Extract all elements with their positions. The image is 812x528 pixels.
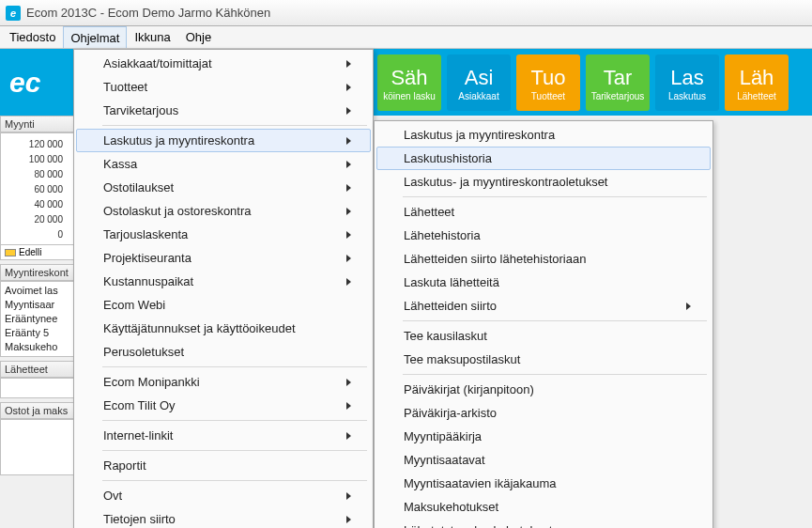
menu-item-label: Päiväkirja-arkisto bbox=[404, 406, 497, 420]
menu-bar: TiedostoOhjelmatIkkunaOhje bbox=[0, 26, 812, 49]
tile-säh[interactable]: Sähköinen lasku bbox=[377, 54, 441, 111]
ecom-logo: ec bbox=[4, 54, 68, 111]
left-sidebar: Myynti 120 000100 00080 00060 00040 0002… bbox=[0, 116, 75, 528]
menu-item-label: Käyttäjätunnukset ja käyttöoikeudet bbox=[103, 321, 296, 335]
menu-item-label: Maksukehotukset bbox=[404, 500, 498, 514]
menu-separator bbox=[403, 320, 707, 321]
menu-item[interactable]: Ostolaskut ja ostoreskontra bbox=[76, 199, 371, 223]
menu-item[interactable]: Projektiseuranta bbox=[76, 246, 371, 270]
menu-item-label: Internet-linkit bbox=[103, 428, 173, 443]
menu-item-label: Kassa bbox=[103, 157, 137, 171]
menu-item[interactable]: Tee kausilaskut bbox=[376, 324, 711, 348]
submenu-arrow-icon bbox=[346, 516, 351, 523]
submenu-arrow-icon bbox=[346, 492, 351, 500]
menu-item-label: Tuotteet bbox=[103, 80, 147, 94]
app-icon: e bbox=[6, 6, 21, 21]
menu-item[interactable]: Ostotilaukset bbox=[76, 176, 371, 199]
submenu-arrow-icon bbox=[346, 60, 351, 68]
menu-item[interactable]: Perusoletukset bbox=[76, 340, 371, 364]
menu-item[interactable]: Tarviketarjous bbox=[76, 99, 371, 122]
menu-item[interactable]: Ecom Webi bbox=[76, 293, 371, 317]
tile-asi[interactable]: AsiAsiakkaat bbox=[447, 54, 511, 111]
menu-item-label: Lähetetyt maksukehotukset bbox=[404, 523, 552, 528]
menu-item[interactable]: Raportit bbox=[76, 454, 371, 477]
menu-item-label: Lähetteiden siirto bbox=[404, 299, 497, 313]
submenu-arrow-icon bbox=[346, 278, 351, 286]
menu-item[interactable]: Lähetteiden siirto bbox=[376, 294, 711, 318]
deliveries-list bbox=[0, 378, 75, 398]
menu-item[interactable]: Lähetehistoria bbox=[376, 224, 711, 247]
menu-item[interactable]: Laskuta lähetteitä bbox=[376, 271, 711, 294]
menu-item[interactable]: Internet-linkit bbox=[76, 424, 371, 447]
tile-las[interactable]: LasLaskutus bbox=[655, 54, 719, 111]
purchases-list bbox=[0, 419, 75, 475]
menu-item[interactable]: Ecom Tilit Oy bbox=[76, 394, 371, 417]
menu-item[interactable]: Myyntisaatavat bbox=[376, 448, 711, 472]
submenu-arrow-icon bbox=[346, 137, 351, 145]
menubar-item-ikkuna[interactable]: Ikkuna bbox=[127, 26, 177, 48]
tile-tuo[interactable]: TuoTuotteet bbox=[516, 54, 580, 111]
title-bar: e Ecom 2013C - Ecom Demo Jarmo Kähkönen bbox=[0, 0, 812, 26]
window-title: Ecom 2013C - Ecom Demo Jarmo Kähkönen bbox=[26, 6, 270, 20]
receivables-list: Avoimet lasMyyntisaarErääntyneeEräänty 5… bbox=[0, 281, 75, 357]
menu-item-label: Laskutus ja myyntireskontra bbox=[404, 128, 555, 142]
menu-item[interactable]: Laskutus ja myyntireskontra bbox=[376, 123, 711, 147]
menu-item-label: Ecom Tilit Oy bbox=[103, 398, 176, 412]
submenu-arrow-icon bbox=[346, 432, 351, 440]
menu-item[interactable]: Päiväkirjat (kirjanpitoon) bbox=[376, 378, 711, 401]
menu-item[interactable]: Asiakkaat/toimittajat bbox=[76, 52, 371, 75]
menu-item[interactable]: Tietojen siirto bbox=[76, 507, 371, 528]
menu-item[interactable]: Lähetetyt maksukehotukset bbox=[376, 519, 711, 528]
menu-item-label: Raportit bbox=[103, 458, 146, 473]
menu-item[interactable]: Kassa bbox=[76, 152, 371, 176]
menu-item[interactable]: Lähetteet bbox=[376, 200, 711, 224]
menubar-item-ohjelmat[interactable]: Ohjelmat bbox=[63, 26, 127, 48]
menu-separator bbox=[102, 420, 367, 421]
menu-item-label: Päiväkirjat (kirjanpitoon) bbox=[404, 382, 534, 396]
menu-item[interactable]: Tuotteet bbox=[76, 75, 371, 99]
menu-item-label: Ecom Webi bbox=[103, 298, 165, 312]
menu-item-label: Ostotilaukset bbox=[103, 180, 174, 194]
menu-item-label: Myyntisaatavien ikäjakauma bbox=[404, 476, 557, 490]
tile-tar[interactable]: TarTariketarjous bbox=[586, 54, 650, 111]
menu-item[interactable]: Laskutus ja myyntireskontra bbox=[76, 129, 371, 152]
menubar-item-tiedosto[interactable]: Tiedosto bbox=[2, 26, 63, 48]
menu-item[interactable]: Lähetteiden siirto lähetehistoriaan bbox=[376, 247, 711, 271]
menu-item-label: Tee maksupostilaskut bbox=[404, 352, 520, 366]
menu-item[interactable]: Myyntipääkirja bbox=[376, 425, 711, 448]
menu-item[interactable]: Ovt bbox=[76, 484, 371, 507]
menu-item-label: Lähetteiden siirto lähetehistoriaan bbox=[404, 252, 586, 266]
legend-swatch bbox=[5, 249, 16, 256]
menu-item[interactable]: Käyttäjätunnukset ja käyttöoikeudet bbox=[76, 317, 371, 340]
menu-item[interactable]: Laskutus- ja myyntireskontraoletukset bbox=[376, 170, 711, 194]
submenu-arrow-icon bbox=[346, 231, 351, 239]
submenu-arrow-icon bbox=[346, 255, 351, 262]
menu-item-label: Tee kausilaskut bbox=[404, 329, 487, 343]
submenu-arrow-icon bbox=[346, 84, 351, 91]
menu-item[interactable]: Maksukehotukset bbox=[376, 495, 711, 519]
menu-separator bbox=[102, 125, 367, 126]
submenu-arrow-icon bbox=[346, 184, 351, 192]
tile-läh[interactable]: LähLähetteet bbox=[725, 54, 789, 111]
menu-item-label: Myyntipääkirja bbox=[404, 429, 482, 443]
ohjelmat-menu: Asiakkaat/toimittajatTuotteetTarviketarj… bbox=[73, 49, 374, 528]
menu-item[interactable]: Päiväkirja-arkisto bbox=[376, 401, 711, 425]
menu-item[interactable]: Tarjouslaskenta bbox=[76, 223, 371, 246]
menu-item[interactable]: Ecom Monipankki bbox=[76, 370, 371, 394]
menu-item[interactable]: Kustannuspaikat bbox=[76, 270, 371, 293]
menubar-item-ohje[interactable]: Ohje bbox=[178, 26, 219, 48]
menu-separator bbox=[403, 196, 707, 197]
menu-item[interactable]: Tee maksupostilaskut bbox=[376, 348, 711, 371]
menu-separator bbox=[102, 450, 367, 451]
submenu-arrow-icon bbox=[346, 379, 351, 386]
menu-item[interactable]: Laskutushistoria bbox=[376, 147, 711, 170]
menu-separator bbox=[102, 366, 367, 367]
menu-separator bbox=[403, 374, 707, 375]
submenu-arrow-icon bbox=[346, 208, 351, 215]
menu-item-label: Laskutus- ja myyntireskontraoletukset bbox=[404, 175, 607, 189]
menu-item-label: Tietojen siirto bbox=[103, 512, 176, 526]
menu-item[interactable]: Myyntisaatavien ikäjakauma bbox=[376, 472, 711, 495]
menu-item-label: Perusoletukset bbox=[103, 345, 184, 359]
menu-item-label: Ecom Monipankki bbox=[103, 375, 200, 389]
menu-item-label: Asiakkaat/toimittajat bbox=[103, 56, 212, 70]
